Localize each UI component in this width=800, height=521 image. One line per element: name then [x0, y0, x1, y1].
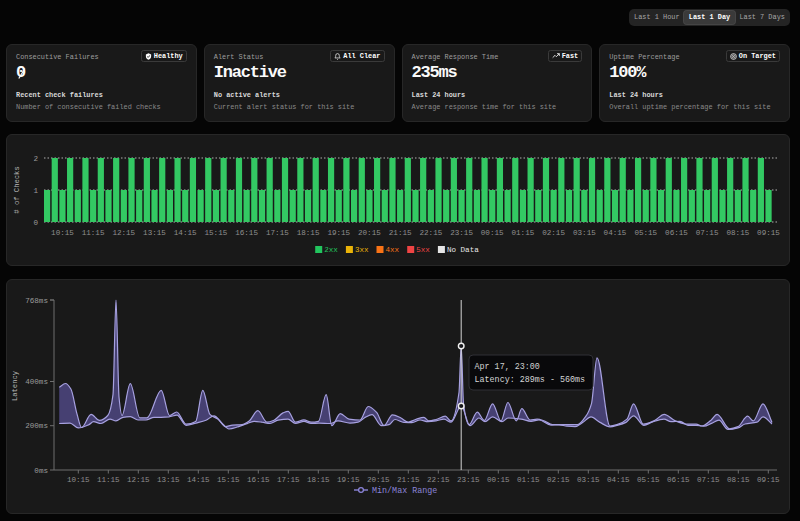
svg-text:06:15: 06:15	[665, 229, 688, 237]
svg-text:Apr 17, 23:00: Apr 17, 23:00	[475, 362, 540, 372]
svg-text:No Data: No Data	[447, 246, 479, 254]
svg-text:04:15: 04:15	[607, 476, 630, 484]
svg-text:02:15: 02:15	[542, 229, 565, 237]
svg-text:3xx: 3xx	[355, 246, 369, 254]
svg-text:200ms: 200ms	[25, 422, 48, 430]
svg-text:2: 2	[33, 155, 38, 163]
svg-text:12:15: 12:15	[112, 229, 135, 237]
svg-text:05:15: 05:15	[634, 229, 657, 237]
svg-text:14:15: 14:15	[187, 476, 210, 484]
svg-text:16:15: 16:15	[247, 476, 270, 484]
svg-text:19:15: 19:15	[327, 229, 350, 237]
svg-text:5xx: 5xx	[416, 246, 430, 254]
svg-text:01:15: 01:15	[517, 476, 540, 484]
svg-text:Latency: 289ms - 560ms: Latency: 289ms - 560ms	[475, 375, 586, 385]
svg-text:2xx: 2xx	[324, 246, 338, 254]
svg-text:768ms: 768ms	[25, 297, 48, 305]
svg-text:17:15: 17:15	[266, 229, 289, 237]
svg-text:Min/Max Range: Min/Max Range	[372, 486, 437, 496]
svg-text:15:15: 15:15	[217, 476, 240, 484]
svg-text:08:15: 08:15	[727, 476, 750, 484]
svg-text:13:15: 13:15	[143, 229, 166, 237]
svg-text:05:15: 05:15	[637, 476, 660, 484]
svg-text:18:15: 18:15	[297, 229, 320, 237]
svg-text:01:15: 01:15	[512, 229, 535, 237]
svg-text:0: 0	[33, 219, 38, 227]
svg-text:15:15: 15:15	[205, 229, 228, 237]
svg-text:20:15: 20:15	[358, 229, 381, 237]
svg-text:17:15: 17:15	[277, 476, 300, 484]
svg-text:09:15: 09:15	[757, 229, 780, 237]
svg-text:0ms: 0ms	[34, 467, 48, 475]
svg-text:00:15: 00:15	[481, 229, 504, 237]
svg-text:03:15: 03:15	[573, 229, 596, 237]
svg-text:09:15: 09:15	[757, 476, 780, 484]
svg-text:11:15: 11:15	[97, 476, 120, 484]
svg-text:23:15: 23:15	[457, 476, 480, 484]
svg-text:06:15: 06:15	[667, 476, 690, 484]
svg-text:1: 1	[33, 187, 38, 195]
svg-text:Latency: Latency	[11, 370, 19, 401]
svg-text:# of Checks: # of Checks	[13, 166, 21, 213]
svg-text:12:15: 12:15	[127, 476, 150, 484]
svg-text:00:15: 00:15	[487, 476, 510, 484]
svg-text:04:15: 04:15	[604, 229, 627, 237]
svg-text:4xx: 4xx	[386, 246, 400, 254]
svg-text:02:15: 02:15	[547, 476, 570, 484]
svg-text:07:15: 07:15	[696, 229, 719, 237]
svg-text:10:15: 10:15	[67, 476, 90, 484]
svg-text:16:15: 16:15	[235, 229, 258, 237]
svg-text:22:15: 22:15	[427, 476, 450, 484]
svg-text:21:15: 21:15	[389, 229, 412, 237]
svg-text:14:15: 14:15	[174, 229, 197, 237]
svg-text:21:15: 21:15	[397, 476, 420, 484]
svg-text:03:15: 03:15	[577, 476, 600, 484]
svg-text:23:15: 23:15	[450, 229, 473, 237]
svg-text:07:15: 07:15	[697, 476, 720, 484]
svg-text:18:15: 18:15	[307, 476, 330, 484]
svg-text:20:15: 20:15	[367, 476, 390, 484]
svg-text:10:15: 10:15	[51, 229, 74, 237]
svg-text:11:15: 11:15	[82, 229, 105, 237]
svg-text:400ms: 400ms	[25, 378, 48, 386]
svg-text:22:15: 22:15	[420, 229, 443, 237]
svg-text:19:15: 19:15	[337, 476, 360, 484]
svg-text:13:15: 13:15	[157, 476, 180, 484]
svg-text:08:15: 08:15	[727, 229, 750, 237]
